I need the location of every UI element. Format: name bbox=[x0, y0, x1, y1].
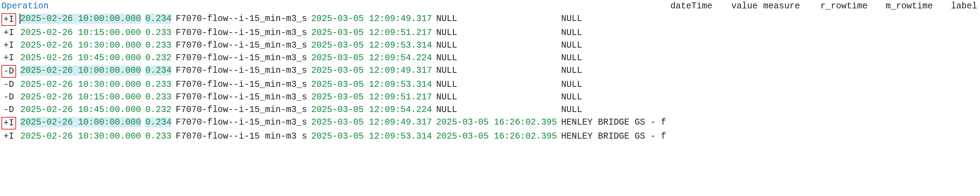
cell-m-rowtime: NULL bbox=[435, 39, 560, 52]
null-value: NULL bbox=[436, 65, 457, 76]
datetime-value: 2025-02-26 10:15:00.000 bbox=[20, 92, 141, 102]
table-row[interactable]: +I2025-02-26 10:45:00.0000.232F7070-flow… bbox=[0, 52, 669, 64]
numeric-value: 0.233 bbox=[145, 92, 172, 102]
cell-value: 0.232 bbox=[144, 52, 174, 64]
operation-value: +I bbox=[2, 131, 16, 142]
cell-measure: F7070-flow--i-15 min-m3 s bbox=[174, 130, 310, 143]
table-row[interactable]: -D2025-02-26 10:30:00.0000.233F7070-flow… bbox=[0, 78, 669, 91]
table-header-row: Operation dateTime value measure r_rowti… bbox=[0, 0, 980, 13]
table-row[interactable]: -D2025-02-26 10:15:00.0000.233F7070-flow… bbox=[0, 91, 669, 104]
table-row[interactable]: -D2025-02-26 10:00:00.0000.234F7070-flow… bbox=[0, 64, 669, 78]
operation-value: -D bbox=[2, 92, 16, 103]
numeric-value: 0.233 bbox=[145, 28, 172, 38]
cell-label: HENLEY BRIDGE GS - f bbox=[560, 130, 669, 143]
operation-value: -D bbox=[2, 104, 16, 115]
col-header-m-rowtime: m_rowtime bbox=[884, 0, 950, 13]
cell-m-rowtime: NULL bbox=[435, 104, 560, 116]
cell-datetime: 2025-02-26 10:15:00.000 bbox=[19, 27, 144, 39]
cell-datetime: 2025-02-26 10:00:00.000 bbox=[19, 13, 144, 27]
cell-r-rowtime: 2025-03-05 12:09:49.317 bbox=[310, 116, 435, 130]
cell-datetime: 2025-02-26 10:45:00.000 bbox=[19, 104, 144, 116]
cell-r-rowtime: 2025-03-05 12:09:49.317 bbox=[310, 13, 435, 27]
datetime-value: 2025-02-26 10:00:00.000 bbox=[20, 117, 141, 127]
cell-m-rowtime: NULL bbox=[435, 91, 560, 104]
cell-measure: F7070-flow--i-15_min-m3_s bbox=[174, 104, 310, 116]
datetime-value: 2025-02-26 10:30:00.000 bbox=[20, 131, 141, 142]
cell-operation: -D bbox=[0, 64, 19, 78]
cell-measure: F7070-flow--i-15_min-m3_s bbox=[174, 78, 310, 91]
cell-datetime: 2025-02-26 10:15:00.000 bbox=[19, 91, 144, 104]
operation-value: -D bbox=[2, 79, 16, 90]
operation-value: -D bbox=[2, 65, 16, 78]
operation-value: +I bbox=[2, 13, 16, 26]
cell-r-rowtime: 2025-03-05 12:09:53.314 bbox=[310, 39, 435, 52]
datetime-value: 2025-02-26 10:30:00.000 bbox=[20, 80, 141, 89]
cell-operation: -D bbox=[0, 91, 19, 104]
numeric-value: 0.232 bbox=[145, 53, 172, 63]
cell-m-rowtime: NULL bbox=[435, 64, 560, 78]
cell-m-rowtime: 2025-03-05 16:26:02.395 bbox=[435, 116, 560, 130]
cell-operation: +I bbox=[0, 130, 19, 143]
cell-value: 0.233 bbox=[144, 27, 174, 39]
cell-m-rowtime: NULL bbox=[435, 27, 560, 39]
cell-m-rowtime: NULL bbox=[435, 13, 560, 27]
cell-label: NULL bbox=[560, 39, 669, 52]
datetime-value: 2025-02-26 10:00:00.000 bbox=[20, 65, 141, 76]
datetime-value: 2025-02-26 10:45:00.000 bbox=[20, 53, 141, 63]
null-value: NULL bbox=[436, 80, 457, 89]
null-value: NULL bbox=[436, 14, 457, 24]
col-header-label: label bbox=[950, 0, 980, 13]
cell-value: 0.233 bbox=[144, 91, 174, 104]
cell-datetime: 2025-02-26 10:30:00.000 bbox=[19, 130, 144, 143]
cell-r-rowtime: 2025-03-05 12:09:54.224 bbox=[310, 52, 435, 64]
operation-value: +I bbox=[2, 117, 16, 129]
cell-datetime: 2025-02-26 10:30:00.000 bbox=[19, 78, 144, 91]
table-row[interactable]: -D2025-02-26 10:45:00.0000.232F7070-flow… bbox=[0, 104, 669, 116]
cell-operation: -D bbox=[0, 104, 19, 116]
cell-r-rowtime: 2025-03-05 12:09:53.314 bbox=[310, 78, 435, 91]
cell-value: 0.232 bbox=[144, 104, 174, 116]
cell-value: 0.233 bbox=[144, 78, 174, 91]
cell-datetime: 2025-02-26 10:00:00.000 bbox=[19, 64, 144, 78]
table-row[interactable]: +I2025-02-26 10:15:00.0000.233F7070-flow… bbox=[0, 27, 669, 39]
null-value: NULL bbox=[436, 28, 457, 38]
cell-label: NULL bbox=[560, 78, 669, 91]
datetime-value: 2025-02-26 10:15:00.000 bbox=[20, 28, 141, 38]
cell-operation: +I bbox=[0, 116, 19, 130]
numeric-value: 0.234 bbox=[145, 14, 172, 24]
cell-m-rowtime: 2025-03-05 16:26:02.395 bbox=[435, 130, 560, 143]
m-rowtime-value: 2025-03-05 16:26:02.395 bbox=[436, 131, 557, 142]
r-rowtime-value: 2025-03-05 12:09:53.314 bbox=[311, 40, 432, 50]
col-header-r-rowtime: r_rowtime bbox=[819, 0, 885, 13]
null-value: NULL bbox=[436, 53, 457, 63]
numeric-value: 0.233 bbox=[145, 80, 172, 89]
table-body: +I2025-02-26 10:00:00.0000.234F7070-flow… bbox=[0, 13, 669, 143]
cell-r-rowtime: 2025-03-05 12:09:53.314 bbox=[310, 130, 435, 143]
cell-label: NULL bbox=[560, 64, 669, 78]
datetime-value: 2025-02-26 10:45:00.000 bbox=[20, 105, 141, 115]
cell-value: 0.234 bbox=[144, 13, 174, 27]
r-rowtime-value: 2025-03-05 12:09:49.317 bbox=[311, 14, 432, 24]
cell-value: 0.234 bbox=[144, 116, 174, 130]
operation-value: +I bbox=[2, 27, 16, 38]
cell-label: NULL bbox=[560, 52, 669, 64]
cell-label: NULL bbox=[560, 13, 669, 27]
operation-value: +I bbox=[2, 53, 16, 64]
table-row[interactable]: +I2025-02-26 10:00:00.0000.234F7070-flow… bbox=[0, 116, 669, 130]
table-row[interactable]: +I2025-02-26 10:00:00.0000.234F7070-flow… bbox=[0, 13, 669, 27]
cell-label: NULL bbox=[560, 91, 669, 104]
table-row[interactable]: +I2025-02-26 10:30:00.0000.233F7070-flow… bbox=[0, 39, 669, 52]
cell-operation: +I bbox=[0, 39, 19, 52]
cell-label: NULL bbox=[560, 104, 669, 116]
table-row[interactable]: +I2025-02-26 10:30:00.0000.233F7070-flow… bbox=[0, 130, 669, 143]
cell-datetime: 2025-02-26 10:00:00.000 bbox=[19, 116, 144, 130]
r-rowtime-value: 2025-03-05 12:09:54.224 bbox=[311, 53, 432, 63]
cell-measure: F7070-flow--i-15_min-m3_s bbox=[174, 64, 310, 78]
col-header-measure: measure bbox=[762, 0, 819, 13]
cell-measure: F7070-flow--i-15_min-m3_s bbox=[174, 27, 310, 39]
r-rowtime-value: 2025-03-05 12:09:51.217 bbox=[311, 92, 432, 102]
col-header-value: value bbox=[730, 0, 762, 13]
cell-label: HENLEY BRIDGE GS - f bbox=[560, 116, 669, 130]
cell-measure: F7070-flow--i-15_min-m3_s bbox=[174, 52, 310, 64]
cell-r-rowtime: 2025-03-05 12:09:54.224 bbox=[310, 104, 435, 116]
